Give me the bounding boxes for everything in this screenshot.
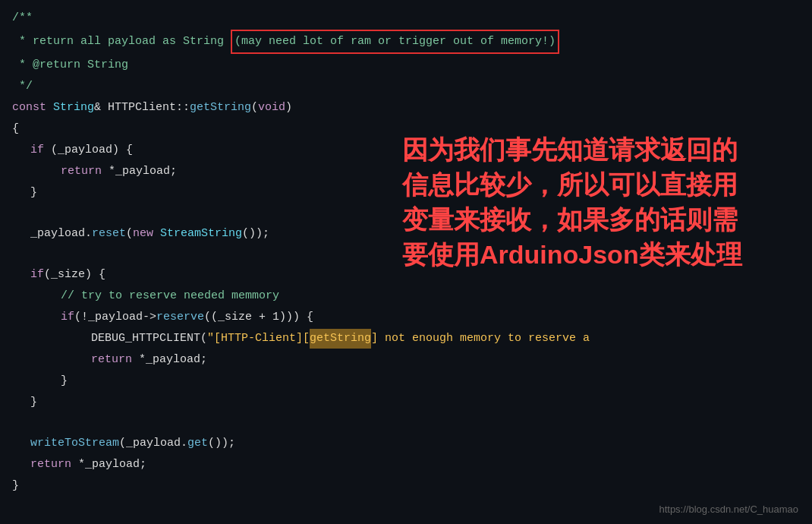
annotation-text: 因为我们事先知道请求返回的 信息比较少，所以可以直接用 变量来接收，如果多的话则…: [402, 133, 789, 273]
code-editor: /** * return all payload as String (may …: [0, 0, 812, 524]
code-line-22: return *_payload;: [0, 454, 812, 475]
code-line-23: }: [0, 475, 812, 497]
code-line-16: DEBUG_HTTPCLIENT("[HTTP-Client][getStrin…: [0, 328, 812, 349]
code-line-14: // try to reserve needed memmory: [0, 286, 812, 307]
code-line-20: [0, 413, 812, 433]
code-line-19: }: [0, 392, 812, 413]
red-box-comment: (may need lot of ram or trigger out of m…: [231, 30, 559, 54]
code-line-2: * return all payload as String (may need…: [0, 29, 812, 55]
code-line-4: */: [0, 76, 812, 97]
code-line-15: if(!_payload->reserve((_size + 1))) {: [0, 307, 812, 328]
code-line-21: writeToStream(_payload.get());: [0, 433, 812, 454]
code-line-18: }: [0, 371, 812, 392]
watermark: https://blog.csdn.net/C_huamao: [659, 503, 798, 515]
code-line-5: const String& HTTPClient::getString(void…: [0, 97, 812, 118]
code-line-3: * @return String: [0, 55, 812, 76]
code-line-1: /**: [0, 8, 812, 29]
code-line-17: return *_payload;: [0, 349, 812, 371]
